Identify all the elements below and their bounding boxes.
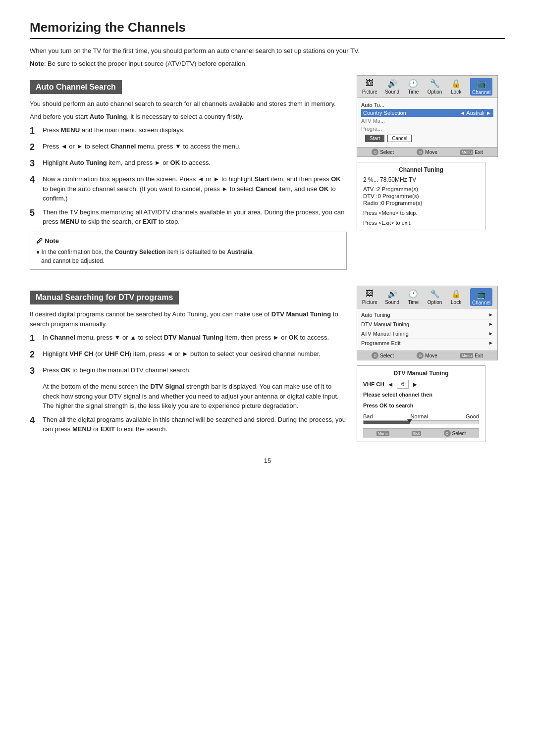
menu-item-picture: 🖼 Picture	[362, 78, 377, 96]
section1-steps: 1 Press MENU and the main menu screen di…	[30, 125, 347, 227]
menu-item-sound: 🔊 Sound	[385, 78, 399, 96]
note-bold: Note	[30, 60, 44, 67]
signal-good-label: Good	[466, 413, 479, 419]
note-content: ● In the confirmation box, the Country S…	[36, 248, 340, 265]
tv-row-auto-tuning: Auto Tu...	[361, 101, 493, 109]
s2-step-4: 4 Then all the digital programs availabl…	[30, 415, 347, 434]
start-button[interactable]: Start	[365, 135, 384, 142]
s2-select-icon: ⊙	[372, 352, 378, 359]
s2-row-auto-tuning: Auto Tuning ►	[361, 310, 493, 320]
signal-bar-fill	[364, 421, 410, 424]
menu-item-option: 🔧 Option	[428, 78, 442, 96]
channel-tuning-freq: 2 %... 78.50MHz TV	[363, 176, 479, 183]
page-number: 15	[30, 457, 505, 464]
s2-menu-picture: 🖼 Picture	[362, 288, 377, 306]
menu-item-time: 🕐 Time	[407, 78, 420, 96]
s2-menu-sound: 🔊 Sound	[385, 288, 399, 306]
intro-paragraph-1: When you turn on the TV for the first ti…	[30, 46, 505, 56]
step-2: 2 Press ◄ or ► to select Channel menu, p…	[30, 142, 347, 154]
section1-desc: You should perform an auto channel searc…	[30, 99, 347, 109]
section1-title: Auto Channel Search	[30, 80, 122, 94]
intro-paragraph-2: Note: Be sure to select the proper input…	[30, 59, 505, 69]
note-rest: : Be sure to select the proper input sou…	[44, 60, 247, 67]
s2-step-3b: 3 At the bottom of the menu screen the D…	[30, 382, 347, 411]
channel-tuning-box: Channel Tuning 2 %... 78.50MHz TV ATV :2…	[357, 162, 485, 230]
tv-footer-1: ⊙ Select ⊙ Move Menu Exit	[357, 147, 497, 156]
signal-bar-area: Bad Normal Good	[363, 413, 479, 424]
ct-row-radio: Radio :0 Programme(s)	[363, 200, 479, 206]
s2-step-2: 2 Highlight VHF CH (or UHF CH) item, pre…	[30, 349, 347, 361]
s2-step-1: 1 In Channel menu, press ▼ or ▲ to selec…	[30, 333, 347, 345]
s2-menu-option: 🔧 Option	[428, 288, 442, 306]
section1-desc2: And before you start Auto Tuning, it is …	[30, 112, 347, 122]
ch-right-arrow[interactable]: ►	[412, 381, 418, 388]
section2-title: Manual Searching for DTV programs	[30, 291, 179, 304]
page-title: Memorizing the Channels	[30, 20, 505, 39]
tv-buttons: Start Cancel	[361, 133, 493, 144]
dtv-menu-btn: Menu	[376, 431, 389, 436]
ch-number: 6	[397, 380, 409, 389]
s2-menu-time: 🕐 Time	[407, 288, 420, 306]
ct-press1: Press <Menu> to skip.	[363, 210, 479, 216]
signal-bar-track	[363, 420, 479, 424]
dtv-manual-title: DTV Manual Tuning	[363, 370, 479, 377]
ch-left-arrow[interactable]: ◄	[387, 381, 394, 388]
s2-row-atv-manual: ATV Manual Tuning ►	[361, 329, 493, 339]
menu-item-channel-active: 📺 Channel	[470, 78, 492, 96]
dtv-exit-btn: Exit	[412, 431, 421, 436]
tv-screen-2: 🖼 Picture 🔊 Sound 🕐 Time 🔧 Option	[357, 286, 498, 360]
section2-content: Manual Searching for DTV programs If des…	[30, 286, 347, 438]
ct-row-dtv: DTV :0 Programme(s)	[363, 193, 479, 199]
section1-screens: 🖼 Picture 🔊 Sound 🕐 Time 🔧 Option 🔒	[357, 75, 505, 230]
signal-marker	[407, 419, 412, 423]
menu-item-lock: 🔒 Lock	[450, 78, 463, 96]
dtv-vhf-row: VHF CH ◄ 6 ►	[363, 380, 479, 389]
tv-menu-bar-2: 🖼 Picture 🔊 Sound 🕐 Time 🔧 Option	[357, 286, 497, 308]
tv-menu-bar-1: 🖼 Picture 🔊 Sound 🕐 Time 🔧 Option 🔒	[357, 76, 497, 98]
dtv-select-icon: ⊙	[444, 430, 451, 437]
vhf-label: VHF CH	[363, 381, 384, 387]
signal-labels: Bad Normal Good	[363, 413, 479, 419]
note-box: 🖊 Note ● In the confirmation box, the Co…	[30, 232, 347, 270]
menu-label: Menu	[460, 150, 473, 155]
step-5: 5 Then the TV begins memorizing all ATV/…	[30, 207, 347, 227]
select-icon: ⊙	[372, 149, 378, 155]
s2-menu-lock: 🔒 Lock	[450, 288, 463, 306]
s2-menu-label: Menu	[460, 353, 473, 358]
tv-row-atv-manual: ATV Ma...	[361, 117, 493, 125]
section2-desc: If desired digital programs cannot be se…	[30, 309, 347, 329]
tv-footer-2: ⊙ Select ⊙ Move Menu Exit	[357, 351, 497, 360]
ct-press2: Press <Exit> to exit.	[363, 220, 479, 226]
section2-screens: 🖼 Picture 🔊 Sound 🕐 Time 🔧 Option	[357, 286, 505, 442]
channel-tuning-title: Channel Tuning	[363, 166, 479, 173]
cancel-button[interactable]: Cancel	[387, 135, 412, 142]
dtv-manual-box: DTV Manual Tuning VHF CH ◄ 6 ► Please se…	[357, 365, 485, 442]
dtv-msg1: Please select channel then	[363, 392, 479, 398]
section2-steps: 1 In Channel menu, press ▼ or ▲ to selec…	[30, 333, 347, 434]
dtv-footer: Menu Exit ⊙ Select	[363, 428, 479, 438]
signal-bad-label: Bad	[363, 413, 373, 419]
s2-step-3: 3 Press OK to begin the manual DTV chann…	[30, 365, 347, 378]
dtv-msg2: Press OK to search	[363, 403, 479, 408]
tv-content-2: Auto Tuning ► DTV Manual Tuning ► ATV Ma…	[357, 308, 497, 351]
step-1: 1 Press MENU and the main menu screen di…	[30, 125, 347, 138]
tv-screen-1: 🖼 Picture 🔊 Sound 🕐 Time 🔧 Option 🔒	[357, 75, 498, 157]
tv-content-1: Auto Tu... Country Selection ◄ Australi …	[357, 98, 497, 147]
s2-row-dtv-manual: DTV Manual Tuning ►	[361, 320, 493, 329]
tv-row-country: Country Selection ◄ Australi ►	[361, 109, 493, 117]
section1-content: Auto Channel Search You should perform a…	[30, 75, 347, 275]
step-4: 4 Now a confirmation box appears on the …	[30, 174, 347, 203]
tv-row-programme: Progra...	[361, 125, 493, 133]
s2-row-programme-edit: Programme Edit ►	[361, 339, 493, 348]
move-icon: ⊙	[417, 149, 424, 155]
step-3: 3 Highlight Auto Tuning item, and press …	[30, 158, 347, 170]
signal-normal-label: Normal	[411, 413, 428, 419]
s2-move-icon: ⊙	[417, 352, 424, 359]
ct-row-atv: ATV :2 Programme(s)	[363, 186, 479, 192]
s2-menu-channel-active: 📺 Channel	[470, 288, 492, 306]
